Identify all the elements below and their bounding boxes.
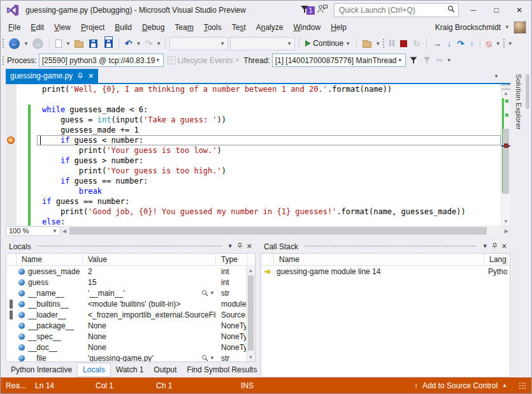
undo-button[interactable]: ↶ (123, 38, 134, 49)
table-row[interactable]: guesses_made2int (6, 266, 255, 277)
tab-guessing-game-py[interactable]: guessing-game.py ✕ (6, 69, 98, 83)
scroll-right-icon[interactable]: ▶ (503, 228, 510, 234)
save-button[interactable] (87, 38, 99, 49)
step-out-button[interactable]: ↑ (468, 38, 476, 50)
menu-project[interactable]: Project (76, 21, 110, 34)
breakpoint-margin[interactable] (6, 217, 17, 226)
scrollbar-thumb[interactable] (69, 227, 486, 235)
table-row[interactable]: __name__'__main__'▼str (6, 288, 255, 298)
magnifier-icon[interactable]: ▼ (201, 354, 216, 361)
code-text[interactable]: while guesses_made < 6: (37, 105, 501, 115)
splitter-handle[interactable] (501, 84, 510, 90)
new-item-button[interactable] (54, 38, 64, 49)
code-text[interactable]: print('Good job, {0}! You guessed my num… (37, 207, 501, 217)
code-text[interactable]: if guess == number: (37, 196, 501, 207)
code-line[interactable]: print('Your guess is too low.') (6, 145, 501, 156)
panel-tab-locals[interactable]: Locals (77, 363, 111, 377)
variable-name-cell[interactable]: __doc__ (17, 343, 83, 352)
editor-horizontal-scrollbar[interactable] (68, 226, 503, 235)
table-row[interactable]: __file__'guessing-game.py'▼str (6, 353, 255, 361)
column-name[interactable]: Name (274, 254, 484, 265)
variable-name-cell[interactable]: __spec__ (17, 332, 83, 341)
flag-threads-button[interactable] (421, 55, 433, 66)
notifications-flag-icon[interactable]: 1 (301, 5, 311, 15)
table-row[interactable]: __spec__NoneNoneType (6, 331, 255, 342)
menu-window[interactable]: Window (288, 21, 326, 34)
close-icon[interactable]: ✕ (501, 244, 507, 249)
close-button[interactable]: ✕ (511, 6, 528, 15)
resize-grip[interactable] (519, 382, 526, 390)
pin-icon[interactable] (492, 242, 498, 251)
zoom-select[interactable]: 100 % ▼ (6, 226, 61, 236)
variable-value-cell[interactable]: 15 (83, 278, 216, 287)
code-line[interactable]: print('Your guess is too high.') (6, 166, 501, 176)
column-language[interactable]: Language (484, 254, 507, 265)
column-type[interactable]: Type (216, 254, 247, 265)
menu-view[interactable]: View (49, 21, 76, 34)
code-text[interactable]: else: (37, 217, 501, 226)
toolbar-overflow[interactable]: ▼ (447, 57, 452, 63)
panel-tab-watch-1[interactable]: Watch 1 (111, 363, 149, 376)
table-row[interactable]: __doc__NoneNoneType (6, 342, 255, 353)
current-statement-margin[interactable]: ➜ (6, 135, 17, 145)
toolbar-grip[interactable] (503, 38, 506, 48)
code-line[interactable]: if guess == number: (6, 196, 501, 207)
filter-threads-button[interactable] (408, 55, 419, 66)
step-over-button[interactable]: ↷ (455, 38, 466, 50)
variable-name-cell[interactable]: guesses_made (17, 267, 83, 276)
code-text[interactable]: if guess > number: (37, 156, 501, 166)
code-line[interactable]: break (6, 186, 501, 196)
variable-name-cell[interactable]: __package__ (17, 321, 83, 330)
breakpoint-margin[interactable] (6, 115, 17, 125)
code-text[interactable] (37, 94, 501, 105)
breakpoint-margin[interactable] (6, 94, 17, 105)
panel-grip[interactable] (36, 245, 222, 248)
variable-value-cell[interactable]: '__main__'▼ (83, 289, 216, 298)
breakpoint-margin[interactable] (6, 105, 17, 115)
menu-debug[interactable]: Debug (137, 21, 169, 34)
code-text[interactable]: break (37, 186, 501, 196)
back-dropdown[interactable]: ▼ (24, 41, 29, 47)
column-name[interactable]: Name (17, 254, 83, 265)
variable-value-cell[interactable]: <_frozen_importlib_external.SourceFileLo… (83, 310, 216, 319)
code-line[interactable]: guesses_made += 1 (6, 125, 501, 135)
code-line[interactable]: guess = int(input('Take a guess: ')) (6, 115, 501, 125)
panel-tab-output[interactable]: Output (148, 363, 182, 376)
variable-value-cell[interactable]: <module 'builtins' (built-in)> (83, 300, 216, 309)
panel-tab-find-symbol-results[interactable]: Find Symbol Results (182, 363, 262, 376)
tab-solution-explorer[interactable]: Solution Explorer (515, 74, 522, 130)
window-position-dropdown-icon[interactable]: ▼ (227, 244, 233, 249)
close-tab-icon[interactable]: ✕ (88, 73, 94, 80)
code-line[interactable]: print('Well, {0}, I am thinking of a num… (6, 84, 501, 94)
menu-edit[interactable]: Edit (25, 21, 49, 34)
scroll-up-icon[interactable]: ▲ (247, 268, 255, 274)
magnifier-icon[interactable]: ▼ (201, 289, 216, 296)
toolbar-grip[interactable] (2, 38, 5, 48)
expander-icon[interactable] (10, 300, 15, 309)
code-text[interactable]: guesses_made += 1 (37, 125, 501, 135)
code-text[interactable]: if guess < number: (37, 135, 501, 145)
minimize-button[interactable]: ─ (465, 6, 482, 15)
scroll-left-icon[interactable]: ◀ (61, 228, 68, 234)
toolbar-grip[interactable] (2, 55, 5, 66)
process-combo[interactable]: [25590] python3 @ tcp://40.83.191 ▼ (39, 54, 164, 67)
quick-launch-box[interactable] (334, 3, 459, 17)
code-line[interactable]: if guess > number: (6, 156, 501, 166)
search-icon[interactable] (447, 5, 455, 15)
variable-value-cell[interactable]: None (83, 343, 216, 352)
disable-breakpoints-button[interactable]: ⦸ (484, 38, 494, 49)
menu-help[interactable]: Help (326, 21, 352, 34)
scroll-up-icon[interactable]: ▲ (501, 91, 510, 96)
callstack-header[interactable]: Call Stack ▼ ✕ (261, 240, 510, 253)
new-item-dropdown[interactable]: ▼ (66, 41, 71, 47)
navigate-back-button[interactable]: ← (7, 37, 22, 50)
menu-test[interactable]: Test (227, 21, 251, 34)
feedback-icon[interactable] (317, 4, 327, 15)
scroll-down-icon[interactable]: ▼ (501, 219, 510, 224)
variable-name-cell[interactable]: __loader__ (17, 310, 83, 319)
table-row[interactable]: __loader__<_frozen_importlib_external.So… (6, 309, 255, 320)
variable-name-cell[interactable]: guess (17, 278, 83, 287)
undo-dropdown[interactable]: ▼ (136, 41, 141, 47)
toolbar-overflow[interactable]: ▼ (508, 41, 513, 47)
scrollbar-thumb[interactable] (248, 275, 254, 351)
